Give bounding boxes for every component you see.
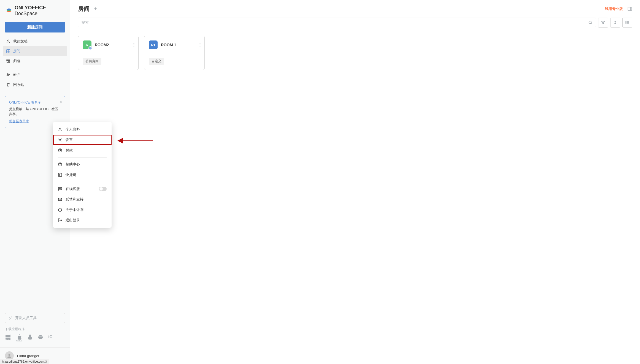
svg-point-24	[200, 43, 201, 44]
grid-icon	[6, 49, 10, 53]
chat-icon	[58, 187, 62, 191]
more-icon[interactable]	[199, 43, 201, 47]
nav-accounts[interactable]: 帐户	[3, 70, 67, 80]
svg-point-26	[200, 46, 201, 47]
svg-point-31	[60, 165, 60, 165]
menu-logout[interactable]: 退出登录	[53, 215, 112, 226]
svg-point-25	[200, 45, 201, 45]
svg-rect-10	[628, 7, 632, 10]
view-button[interactable]	[622, 18, 632, 28]
search-input[interactable]	[78, 18, 596, 27]
dev-tools-button[interactable]: 开发人员工具	[5, 313, 65, 323]
menu-feedback[interactable]: 反馈和支持	[53, 194, 112, 205]
menu-label: 设置	[66, 137, 73, 142]
svg-point-19	[626, 24, 626, 24]
divider	[58, 157, 107, 157]
nav-archive[interactable]: 归档	[3, 56, 67, 66]
room-badge: R	[83, 40, 91, 49]
room-badge: R1	[149, 40, 158, 49]
svg-point-27	[60, 128, 61, 129]
svg-point-12	[589, 21, 592, 24]
room-name: ROOM 1	[161, 43, 176, 47]
search-icon[interactable]	[588, 20, 593, 25]
promo-title: ONLYOFFICE 表单库	[9, 100, 61, 105]
menu-label: 个人资料	[66, 127, 80, 132]
nav-label: 我的文档	[13, 39, 28, 44]
trash-icon	[6, 83, 10, 87]
menu-label: 关于本计划	[66, 207, 83, 212]
menu-about[interactable]: 关于本计划	[53, 205, 112, 215]
logo-icon	[6, 7, 12, 15]
dev-tools-label: 开发人员工具	[15, 316, 37, 320]
new-room-button[interactable]: 新建房间	[5, 22, 65, 32]
rooms-grid: R ROOM2 公共房间 R1 ROOM 1	[78, 36, 632, 70]
menu-label: 在线客服	[66, 186, 80, 191]
panel-icon[interactable]	[627, 6, 632, 11]
room-card[interactable]: R ROOM2 公共房间	[78, 36, 139, 70]
gear-icon	[58, 138, 62, 142]
svg-point-9	[9, 354, 10, 356]
promo-body: 提交模板，与 ONLYOFFICE 社区共享。	[9, 107, 61, 116]
nav-label: 帐户	[13, 72, 20, 77]
menu-payment[interactable]: 付款	[53, 145, 112, 156]
nav-label: 回收站	[13, 82, 24, 87]
user-name: Fiona granger	[17, 354, 39, 358]
menu-label: 反馈和支持	[66, 197, 83, 202]
globe-icon	[88, 46, 92, 50]
archive-icon	[6, 59, 10, 63]
menu-settings[interactable]: 设置	[53, 135, 112, 145]
divider	[58, 182, 107, 182]
ios-icon[interactable]: iC	[48, 334, 52, 342]
promo-link[interactable]: 提交至表单库	[9, 119, 29, 124]
nav-label: 房间	[13, 49, 20, 54]
main-content: 房间 + 试用专业版	[70, 0, 640, 364]
svg-point-7	[7, 74, 8, 75]
chat-toggle[interactable]	[99, 187, 107, 191]
svg-point-21	[134, 43, 134, 44]
svg-point-0	[8, 40, 9, 41]
page-title: 房间	[78, 5, 90, 13]
room-tag: 公共房间	[83, 58, 101, 65]
info-icon	[58, 208, 62, 212]
sort-button[interactable]	[610, 18, 620, 28]
nav: 我的文档 房间 归档 帐户 回收站	[0, 36, 70, 90]
svg-point-8	[9, 74, 10, 75]
close-icon[interactable]: ×	[60, 99, 62, 105]
menu-label: 帮助中心	[66, 162, 80, 167]
nav-rooms[interactable]: 房间	[3, 46, 67, 56]
status-bar: https://fiona6789.onlyoffice.com/#	[0, 359, 49, 364]
user-menu-popup: 个人资料 设置 付款 帮助中心 快捷键 在线客服 反馈和支持 关于本计划 退出登…	[53, 122, 112, 228]
sidebar-bottom: 开发人员工具 下载应用程序 macOS iC	[0, 310, 70, 347]
download-apps-label: 下载应用程序	[5, 327, 65, 332]
room-card[interactable]: R1 ROOM 1 自定义	[144, 36, 205, 70]
filter-button[interactable]	[598, 18, 608, 28]
menu-label: 付款	[66, 148, 73, 153]
menu-help[interactable]: 帮助中心	[53, 159, 112, 170]
nav-my-documents[interactable]: 我的文档	[3, 36, 67, 46]
more-icon[interactable]	[133, 43, 134, 47]
user-icon	[58, 127, 62, 132]
people-icon	[6, 73, 10, 77]
logout-icon	[58, 218, 62, 222]
wand-icon	[9, 316, 13, 320]
android-icon[interactable]	[38, 334, 43, 342]
menu-live-chat[interactable]: 在线客服	[53, 184, 112, 194]
search-row	[78, 18, 632, 28]
menu-profile[interactable]: 个人资料	[53, 124, 112, 135]
add-room-icon[interactable]: +	[94, 6, 97, 12]
menu-label: 退出登录	[66, 218, 80, 223]
menu-shortcuts[interactable]: 快捷键	[53, 170, 112, 180]
trial-link[interactable]: 试用专业版	[605, 6, 623, 11]
svg-point-18	[626, 23, 626, 23]
mail-icon	[58, 197, 62, 202]
svg-line-13	[591, 23, 592, 24]
logo[interactable]: ONLYOFFICE DocSpace	[0, 0, 70, 20]
apple-icon[interactable]: macOS	[16, 334, 22, 342]
linux-icon[interactable]	[27, 334, 33, 342]
windows-icon[interactable]	[5, 334, 11, 342]
f-key-icon	[58, 173, 62, 177]
nav-label: 归档	[13, 59, 20, 64]
nav-trash[interactable]: 回收站	[3, 80, 67, 90]
room-name: ROOM2	[95, 43, 109, 47]
menu-label: 快捷键	[66, 172, 76, 177]
